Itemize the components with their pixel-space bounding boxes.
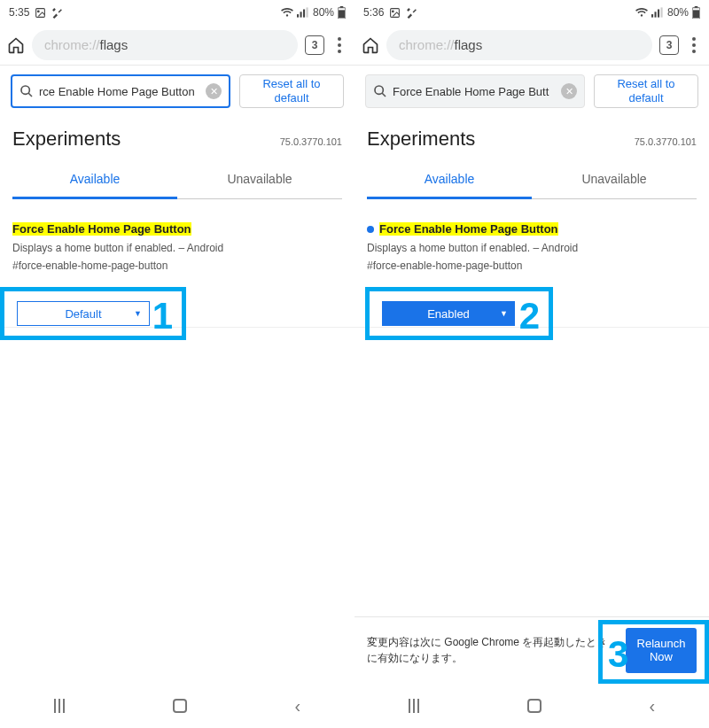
tab-available[interactable]: Available [12, 159, 177, 198]
tab-count[interactable]: 3 [659, 35, 679, 55]
battery-pct: 80% [667, 6, 689, 19]
signal-icon [651, 7, 664, 18]
svg-rect-5 [306, 7, 308, 17]
flag-title: Force Enable Home Page Button [12, 222, 191, 236]
home-icon[interactable] [362, 36, 379, 54]
svg-rect-2 [297, 14, 299, 18]
svg-rect-8 [339, 10, 345, 18]
page-title: Experiments [367, 128, 475, 151]
wifi-icon [281, 7, 293, 18]
callout-box-3: 3 [598, 620, 709, 684]
url-path: flags [455, 37, 483, 52]
search-input[interactable]: rce Enable Home Page Button ✕ [11, 74, 230, 108]
panel-right: 5:36 80% chrome://flags 3 Force Enable [354, 0, 709, 728]
svg-rect-12 [651, 14, 653, 18]
search-text: rce Enable Home Page Button [39, 85, 200, 98]
svg-point-19 [375, 86, 383, 94]
experiments-header: Experiments 75.0.3770.101 [0, 117, 354, 159]
clear-icon[interactable]: ✕ [561, 83, 577, 99]
flag-title: Force Enable Home Page Button [379, 222, 558, 236]
flag-entry: Force Enable Home Page Button Displays a… [0, 199, 354, 281]
flag-select[interactable]: Enabled ▼ [382, 301, 515, 326]
svg-point-1 [38, 11, 40, 12]
picture-icon [389, 7, 401, 19]
flag-select[interactable]: Default ▼ [17, 301, 150, 326]
status-time: 5:36 [363, 6, 384, 19]
svg-rect-18 [693, 10, 699, 18]
nav-bar: ‹ [0, 684, 354, 728]
tab-count[interactable]: 3 [305, 35, 324, 55]
url-scheme: chrome:// [399, 37, 455, 52]
status-bar: 5:35 80% [0, 0, 354, 25]
nav-home-icon[interactable] [173, 699, 187, 713]
nav-recent-icon[interactable] [409, 699, 419, 713]
panel-left: 5:35 80% chrome://flags 3 rce Enable H [0, 0, 354, 728]
relaunch-message: 変更内容は次に Google Chrome を再起動したときに有効になります。 [367, 634, 617, 666]
callout-box-2: Enabled ▼ 2 [365, 287, 553, 340]
tools-icon [406, 7, 417, 19]
signal-icon [297, 7, 309, 18]
svg-rect-15 [660, 7, 662, 17]
version-label: 75.0.3770.101 [635, 136, 697, 147]
select-value: Default [65, 307, 101, 321]
svg-rect-13 [654, 12, 656, 17]
search-icon [373, 84, 387, 98]
tab-unavailable[interactable]: Unavailable [177, 159, 342, 198]
search-row: rce Enable Home Page Button ✕ Reset all … [0, 66, 354, 117]
nav-bar: ‹ [354, 684, 709, 728]
search-text: Force Enable Home Page Butt [393, 85, 556, 98]
flag-desc: Displays a home button if enabled. – And… [12, 241, 342, 256]
menu-icon[interactable] [686, 37, 702, 53]
search-input[interactable]: Force Enable Home Page Butt ✕ [365, 74, 585, 108]
reset-button[interactable]: Reset all to default [594, 74, 698, 108]
address-bar: chrome://flags 3 [354, 25, 709, 66]
tab-unavailable[interactable]: Unavailable [532, 159, 697, 198]
version-label: 75.0.3770.101 [280, 136, 342, 147]
chevron-down-icon: ▼ [134, 309, 142, 318]
picture-icon [35, 7, 46, 19]
status-time: 5:35 [9, 6, 29, 19]
tab-available[interactable]: Available [367, 159, 532, 198]
experiments-header: Experiments 75.0.3770.101 [354, 117, 709, 159]
home-icon[interactable] [7, 36, 25, 54]
callout-number: 1 [152, 295, 173, 337]
svg-rect-14 [658, 10, 659, 18]
page-title: Experiments [12, 128, 121, 151]
chevron-down-icon: ▼ [500, 309, 508, 318]
search-icon [19, 84, 34, 98]
nav-home-icon[interactable] [527, 699, 541, 713]
flag-hash: #force-enable-home-page-button [367, 259, 697, 272]
callout-box-1: Default ▼ 1 [0, 287, 186, 340]
nav-back-icon[interactable]: ‹ [649, 696, 655, 716]
flag-hash: #force-enable-home-page-button [12, 259, 342, 272]
nav-recent-icon[interactable] [54, 699, 65, 713]
callout-number: 2 [519, 295, 540, 337]
tabs: Available Unavailable [12, 159, 342, 199]
flag-desc: Displays a home button if enabled. – And… [367, 241, 697, 256]
wifi-icon [635, 7, 648, 18]
clear-icon[interactable]: ✕ [206, 83, 222, 99]
callout-number: 3 [608, 633, 628, 676]
url-path: flags [100, 37, 129, 52]
address-bar: chrome://flags 3 [0, 25, 354, 66]
svg-rect-3 [300, 12, 301, 17]
svg-rect-4 [303, 10, 305, 18]
nav-back-icon[interactable]: ‹ [294, 696, 300, 716]
menu-icon[interactable] [331, 37, 347, 53]
svg-point-11 [393, 11, 394, 12]
url-bar[interactable]: chrome://flags [386, 30, 652, 60]
battery-pct: 80% [313, 6, 334, 19]
changed-dot-icon [367, 226, 374, 233]
battery-icon [338, 6, 346, 19]
url-scheme: chrome:// [44, 37, 100, 52]
reset-button[interactable]: Reset all to default [239, 74, 344, 108]
tabs: Available Unavailable [367, 159, 697, 199]
search-row: Force Enable Home Page Butt ✕ Reset all … [354, 66, 709, 117]
flag-entry: Force Enable Home Page Button Displays a… [354, 199, 709, 281]
tools-icon [51, 7, 63, 19]
svg-point-9 [21, 86, 29, 94]
select-value: Enabled [427, 307, 470, 321]
url-bar[interactable]: chrome://flags [32, 30, 298, 60]
status-bar: 5:36 80% [354, 0, 709, 25]
battery-icon [692, 6, 700, 19]
